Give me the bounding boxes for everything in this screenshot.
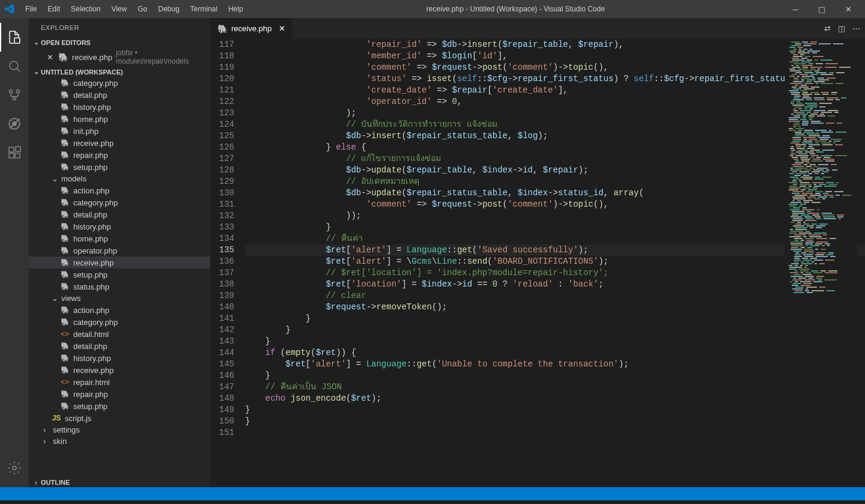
tree-item[interactable]: <>detail.html	[29, 328, 210, 340]
sidebar-title: Explorer	[29, 18, 210, 37]
tree-item[interactable]: 🐘receive.php	[29, 257, 210, 269]
menu-terminal[interactable]: Terminal	[186, 2, 222, 16]
php-file-icon: 🐘	[60, 270, 70, 279]
sidebar: Explorer ⌄ Open Editors ✕ 🐘 receive.php …	[29, 18, 210, 487]
php-file-icon: 🐘	[60, 317, 70, 327]
chevron-down-icon: ⌄	[52, 174, 61, 183]
close-icon[interactable]: ✕	[47, 53, 55, 62]
open-editors-header[interactable]: ⌄ Open Editors	[29, 37, 210, 47]
php-file-icon: 🐘	[60, 210, 70, 219]
menu-help[interactable]: Help	[223, 2, 248, 16]
tree-item[interactable]: 🐘status.php	[29, 281, 210, 293]
split-editor-icon[interactable]: ◫	[838, 24, 845, 33]
tree-item[interactable]: 🐘category.php	[29, 316, 210, 328]
file-tree[interactable]: 🐘category.php🐘detail.php🐘history.php🐘hom…	[29, 77, 210, 478]
more-icon[interactable]: ⋯	[852, 24, 860, 33]
tree-item[interactable]: JSscript.js	[29, 412, 210, 424]
tree-item[interactable]: ⌄models	[29, 173, 210, 184]
search-icon[interactable]	[0, 52, 29, 80]
php-file-icon: 🐘	[60, 114, 70, 124]
tree-item[interactable]: 🐘setup.php	[29, 400, 210, 412]
explorer-icon[interactable]	[0, 23, 29, 52]
svg-point-12	[13, 466, 16, 470]
php-file-icon: 🐘	[58, 52, 68, 62]
menubar: FileEditSelectionViewGoDebugTerminalHelp	[20, 2, 248, 16]
close-icon[interactable]: ✕	[279, 24, 285, 33]
js-file-icon: JS	[52, 413, 61, 423]
editor-body[interactable]: 1171181191201211221231241251261271281291…	[210, 39, 865, 487]
svg-point-2	[10, 90, 13, 93]
vscode-logo-icon	[5, 4, 14, 14]
php-file-icon: 🐘	[60, 246, 70, 255]
php-file-icon: 🐘	[60, 389, 70, 399]
menu-edit[interactable]: Edit	[43, 2, 65, 16]
tree-item[interactable]: ›settings	[29, 424, 210, 436]
php-file-icon: 🐘	[60, 150, 70, 160]
php-file-icon: 🐘	[217, 24, 228, 34]
menu-go[interactable]: Go	[133, 2, 152, 16]
menu-debug[interactable]: Debug	[153, 2, 184, 16]
php-file-icon: 🐘	[60, 126, 70, 136]
tree-item[interactable]: 🐘category.php	[29, 196, 210, 208]
tree-item[interactable]: 🐘repair.php	[29, 149, 210, 161]
svg-rect-10	[15, 153, 20, 158]
svg-rect-9	[9, 153, 14, 158]
minimize-button[interactable]: ─	[783, 0, 807, 18]
svg-rect-0	[14, 38, 20, 43]
tree-item[interactable]: 🐘action.php	[29, 184, 210, 196]
debug-icon[interactable]	[0, 109, 29, 138]
tree-item[interactable]: 🐘category.php	[29, 77, 210, 89]
php-file-icon: 🐘	[60, 282, 70, 291]
tab-receive-php[interactable]: 🐘 receive.php ✕	[210, 18, 293, 39]
menu-view[interactable]: View	[106, 2, 132, 16]
outline-header[interactable]: › Outline	[29, 478, 210, 487]
php-file-icon: 🐘	[60, 102, 70, 112]
tree-item[interactable]: 🐘setup.php	[29, 269, 210, 281]
chevron-right-icon: ›	[43, 437, 53, 446]
tree-item[interactable]: 🐘history.php	[29, 220, 210, 232]
tree-item[interactable]: 🐘operator.php	[29, 244, 210, 257]
tree-item[interactable]: 🐘setup.php	[29, 161, 210, 173]
svg-rect-11	[16, 147, 20, 151]
editor-area: 🐘 receive.php ✕ ⇄ ◫ ⋯ 117118119120121122…	[210, 18, 865, 487]
tree-item[interactable]: 🐘history.php	[29, 352, 210, 364]
tree-item[interactable]: ⌄views	[29, 293, 210, 304]
php-file-icon: 🐘	[60, 78, 70, 88]
php-file-icon: 🐘	[60, 90, 70, 100]
chevron-down-icon: ⌄	[31, 38, 41, 46]
tabbar: 🐘 receive.php ✕ ⇄ ◫ ⋯	[210, 18, 865, 39]
tree-item[interactable]: 🐘home.php	[29, 113, 210, 125]
tree-item[interactable]: 🐘action.php	[29, 304, 210, 316]
tree-item[interactable]: 🐘init.php	[29, 125, 210, 137]
code-content[interactable]: 'repair_id' => $db->insert($repair_table…	[245, 39, 865, 487]
chevron-right-icon: ›	[31, 479, 41, 486]
tree-item[interactable]: <>repair.html	[29, 376, 210, 388]
menu-file[interactable]: File	[20, 2, 41, 16]
tree-item[interactable]: 🐘receive.php	[29, 137, 210, 149]
tree-item[interactable]: 🐘detail.php	[29, 89, 210, 101]
tree-item[interactable]: 🐘history.php	[29, 101, 210, 113]
maximize-button[interactable]: ▢	[810, 0, 834, 18]
minimap[interactable]	[785, 39, 857, 487]
settings-gear-icon[interactable]	[0, 454, 29, 482]
svg-point-1	[10, 61, 18, 70]
tree-item[interactable]: 🐘detail.php	[29, 208, 210, 220]
compare-icon[interactable]: ⇄	[824, 24, 831, 33]
tree-item[interactable]: 🐘home.php	[29, 232, 210, 244]
source-control-icon[interactable]	[0, 80, 29, 109]
tree-item[interactable]: 🐘receive.php	[29, 364, 210, 376]
svg-point-4	[13, 97, 16, 100]
tree-item[interactable]: ›skin	[29, 436, 210, 447]
tree-item[interactable]: 🐘repair.php	[29, 388, 210, 400]
close-button[interactable]: ✕	[836, 0, 860, 18]
menu-selection[interactable]: Selection	[66, 2, 105, 16]
window-title: receive.php - Untitled (Workspace) - Vis…	[248, 5, 783, 13]
workspace-header[interactable]: ⌄ Untitled (Workspace)	[29, 67, 210, 77]
titlebar: FileEditSelectionViewGoDebugTerminalHelp…	[0, 0, 865, 18]
tree-item[interactable]: 🐘detail.php	[29, 340, 210, 352]
extensions-icon[interactable]	[0, 138, 29, 167]
open-editor-item[interactable]: ✕ 🐘 receive.php jobfix • modules\repair\…	[29, 47, 210, 67]
window-controls: ─ ▢ ✕	[783, 0, 860, 18]
php-file-icon: 🐘	[60, 258, 70, 267]
php-file-icon: 🐘	[60, 234, 70, 243]
